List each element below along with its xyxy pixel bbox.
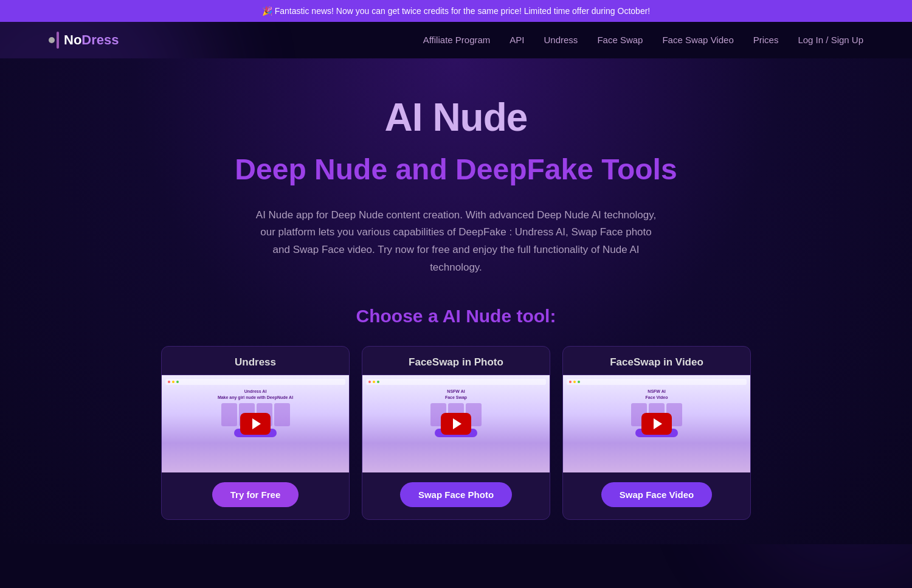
logo-no: No bbox=[64, 32, 81, 47]
logo[interactable]: NoDress bbox=[49, 32, 119, 49]
card3-subtitle: Face Video bbox=[646, 395, 668, 399]
nav-link-affiliate[interactable]: Affiliate Program bbox=[423, 35, 491, 45]
hero-title: AI Nude bbox=[12, 95, 900, 140]
card-faceswap-video-thumbnail: NSFW AI Face Video bbox=[563, 375, 750, 472]
card1-fig-1 bbox=[221, 403, 237, 426]
nav-item-affiliate[interactable]: Affiliate Program bbox=[423, 35, 491, 46]
card2-subtitle: Face Swap bbox=[445, 395, 467, 399]
nav-item-faceswap[interactable]: Face Swap bbox=[597, 35, 643, 46]
browser-bar-3 bbox=[567, 379, 747, 385]
logo-icon bbox=[49, 32, 59, 49]
card-undress-thumbnail: Undress AI Make any girl nude with DeepN… bbox=[162, 375, 349, 472]
dot-green-3 bbox=[578, 381, 580, 383]
dot-red-2 bbox=[368, 381, 371, 383]
card-faceswap-photo-button[interactable]: Swap Face Photo bbox=[400, 482, 512, 507]
logo-bar bbox=[57, 32, 59, 49]
card3-nsfw: NSFW AI bbox=[648, 389, 665, 393]
nav-link-faceswap-video[interactable]: Face Swap Video bbox=[662, 35, 733, 45]
logo-circle bbox=[49, 37, 55, 43]
card-faceswap-photo: FaceSwap in Photo NSFW AI Face Swap bbox=[362, 346, 550, 520]
choose-title: Choose a AI Nude tool: bbox=[12, 306, 900, 327]
card2-nsfw: NSFW AI bbox=[447, 389, 465, 393]
nav-item-faceswap-video[interactable]: Face Swap Video bbox=[662, 35, 733, 46]
browser-bar-1 bbox=[165, 379, 345, 385]
dot-yellow-3 bbox=[573, 381, 576, 383]
nav-link-login[interactable]: Log In / Sign Up bbox=[798, 35, 863, 45]
browser-bar-2 bbox=[366, 379, 546, 385]
announcement-text: 🎉 Fantastic news! Now you can get twice … bbox=[262, 6, 650, 16]
nav-link-undress[interactable]: Undress bbox=[544, 35, 578, 45]
nav-link-faceswap[interactable]: Face Swap bbox=[597, 35, 643, 45]
dot-red-1 bbox=[168, 381, 170, 383]
card-faceswap-photo-play-button[interactable] bbox=[441, 413, 471, 435]
card-faceswap-photo-header: FaceSwap in Photo bbox=[362, 347, 550, 375]
nav-links: Affiliate Program API Undress Face Swap … bbox=[423, 35, 863, 46]
card-undress-play-button[interactable] bbox=[240, 413, 271, 435]
card-undress-header: Undress bbox=[162, 347, 349, 375]
nav-link-prices[interactable]: Prices bbox=[753, 35, 779, 45]
cards-row: Undress Undress AI Make any girl nude wi… bbox=[12, 346, 900, 520]
dot-yellow-2 bbox=[373, 381, 375, 383]
card1-label-top: Undress AI Make any girl nude with DeepN… bbox=[218, 389, 293, 401]
logo-dress: Dress bbox=[81, 32, 119, 47]
logo-text: NoDress bbox=[64, 32, 119, 48]
card-faceswap-video-button[interactable]: Swap Face Video bbox=[601, 482, 712, 507]
card-faceswap-photo-thumbnail: NSFW AI Face Swap bbox=[362, 375, 550, 472]
navbar: NoDress Affiliate Program API Undress Fa… bbox=[0, 22, 912, 58]
dot-red-3 bbox=[569, 381, 572, 383]
nav-item-undress[interactable]: Undress bbox=[544, 35, 578, 46]
nav-item-api[interactable]: API bbox=[510, 35, 524, 46]
card1-fig-4 bbox=[274, 403, 290, 426]
card2-label-top: NSFW AI Face Swap bbox=[445, 389, 467, 401]
card1-subtitle: Make any girl nude with DeepNude AI bbox=[218, 395, 293, 399]
card-faceswap-video-header: FaceSwap in Video bbox=[563, 347, 750, 375]
card-undress-button[interactable]: Try for Free bbox=[212, 482, 299, 507]
card-faceswap-video: FaceSwap in Video NSFW AI Face Video bbox=[562, 346, 751, 520]
nav-item-prices[interactable]: Prices bbox=[753, 35, 779, 46]
card-faceswap-video-play-button[interactable] bbox=[641, 413, 672, 435]
hero-description: AI Nude app for Deep Nude content creati… bbox=[255, 207, 657, 277]
dot-yellow-1 bbox=[172, 381, 174, 383]
card3-label-top: NSFW AI Face Video bbox=[646, 389, 668, 401]
card1-title: Undress AI bbox=[244, 389, 267, 393]
nav-item-login[interactable]: Log In / Sign Up bbox=[798, 35, 863, 46]
dot-green-1 bbox=[176, 381, 179, 383]
announcement-banner: 🎉 Fantastic news! Now you can get twice … bbox=[0, 0, 912, 22]
hero-section: AI Nude Deep Nude and DeepFake Tools AI … bbox=[0, 58, 912, 544]
card-undress: Undress Undress AI Make any girl nude wi… bbox=[161, 346, 350, 520]
nav-link-api[interactable]: API bbox=[510, 35, 524, 45]
hero-subtitle: Deep Nude and DeepFake Tools bbox=[12, 152, 900, 187]
dot-green-2 bbox=[377, 381, 379, 383]
